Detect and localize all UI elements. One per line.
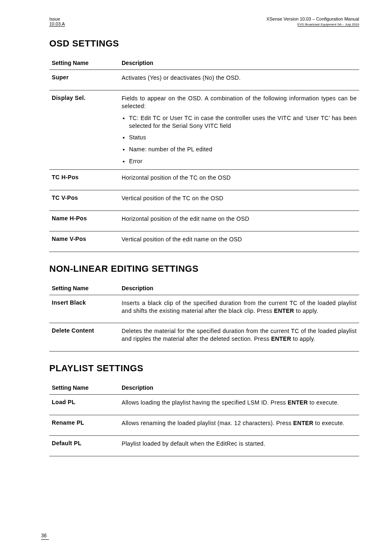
setting-name: Rename PL bbox=[49, 415, 119, 436]
column-header-description: Description bbox=[119, 381, 359, 395]
settings-table: Setting NameDescriptionSuperActivates (Y… bbox=[49, 56, 359, 252]
table-row: SuperActivates (Yes) or deactivates (No)… bbox=[49, 70, 359, 90]
table-row: Insert BlackInserts a black clip of the … bbox=[49, 295, 359, 323]
description-bullet: Name: number of the PL edited bbox=[129, 146, 357, 153]
description-bullet: TC: Edit TC or User TC in case the contr… bbox=[129, 114, 357, 130]
setting-name: Delete Content bbox=[49, 323, 119, 352]
setting-description: Playlist loaded by default when the Edit… bbox=[119, 436, 359, 456]
table-row: Name H-PosHorizontal position of the edi… bbox=[49, 210, 359, 231]
description-bullet-list: TC: Edit TC or User TC in case the contr… bbox=[122, 114, 357, 165]
table-row: Display Sel.Fields to appear on the OSD.… bbox=[49, 90, 359, 169]
setting-description: Allows renaming the loaded playlist (max… bbox=[119, 415, 359, 436]
table-row: Load PLAllows loading the playlist havin… bbox=[49, 395, 359, 415]
column-header-name: Setting Name bbox=[49, 56, 119, 70]
description-paragraph: Allows renaming the loaded playlist (max… bbox=[122, 419, 357, 427]
table-row: Name V-PosVertical position of the edit … bbox=[49, 231, 359, 252]
column-header-name: Setting Name bbox=[49, 282, 119, 295]
setting-name: Name H-Pos bbox=[49, 210, 119, 231]
section-title: OSD SETTINGS bbox=[49, 38, 359, 49]
page-header: Issue 10.03.A XSense Version 10.03 – Con… bbox=[49, 16, 359, 27]
setting-name: Insert Black bbox=[49, 295, 119, 323]
settings-table: Setting NameDescriptionInsert BlackInser… bbox=[49, 282, 359, 352]
setting-description: Vertical position of the TC on the OSD bbox=[119, 190, 359, 211]
description-paragraph: Activates (Yes) or deactivates (No) the … bbox=[122, 74, 357, 82]
description-bullet: Error bbox=[129, 157, 357, 165]
description-paragraph: Deletes the material for the specified d… bbox=[122, 327, 357, 343]
setting-description: Horizontal position of the edit name on … bbox=[119, 210, 359, 231]
description-paragraph: Inserts a black clip of the specified du… bbox=[122, 299, 357, 315]
company-line: EVS Broadcast Equipment SA – July 2010 bbox=[297, 23, 359, 27]
settings-table: Setting NameDescriptionLoad PLAllows loa… bbox=[49, 381, 359, 456]
description-paragraph: Vertical position of the TC on the OSD bbox=[122, 194, 357, 202]
description-paragraph: Horizontal position of the edit name on … bbox=[122, 215, 357, 223]
page: Issue 10.03.A XSense Version 10.03 – Con… bbox=[0, 0, 392, 555]
setting-description: Fields to appear on the OSD. A combinati… bbox=[119, 90, 359, 169]
description-paragraph: Allows loading the playlist having the s… bbox=[122, 399, 357, 407]
description-paragraph: Playlist loaded by default when the Edit… bbox=[122, 440, 357, 448]
product-line: XSense Version 10.03 – Configuration Man… bbox=[266, 16, 359, 21]
setting-name: Load PL bbox=[49, 395, 119, 415]
setting-description: Allows loading the playlist having the s… bbox=[119, 395, 359, 415]
header-left: Issue 10.03.A bbox=[49, 16, 65, 27]
setting-name: Default PL bbox=[49, 436, 119, 456]
header-right: XSense Version 10.03 – Configuration Man… bbox=[266, 16, 359, 27]
setting-description: Horizontal position of the TC on the OSD bbox=[119, 170, 359, 190]
issue-version: 10.03.A bbox=[49, 21, 65, 27]
table-row: Default PLPlaylist loaded by default whe… bbox=[49, 436, 359, 456]
page-footer: 36 bbox=[41, 533, 49, 539]
setting-name: Display Sel. bbox=[49, 90, 119, 169]
description-paragraph: Vertical position of the edit name on th… bbox=[122, 236, 357, 243]
table-row: TC V-PosVertical position of the TC on t… bbox=[49, 190, 359, 211]
setting-name: Super bbox=[49, 70, 119, 90]
issue-label: Issue bbox=[49, 16, 65, 21]
description-bullet: Status bbox=[129, 134, 357, 141]
table-row: Rename PLAllows renaming the loaded play… bbox=[49, 415, 359, 436]
column-header-description: Description bbox=[119, 282, 359, 295]
column-header-description: Description bbox=[119, 56, 359, 70]
column-header-name: Setting Name bbox=[49, 381, 119, 395]
setting-description: Vertical position of the edit name on th… bbox=[119, 231, 359, 252]
description-paragraph: Horizontal position of the TC on the OSD bbox=[122, 174, 357, 182]
setting-description: Activates (Yes) or deactivates (No) the … bbox=[119, 70, 359, 90]
section-title: PLAYLIST SETTINGS bbox=[49, 363, 359, 374]
description-paragraph: Fields to appear on the OSD. A combinati… bbox=[122, 95, 357, 110]
table-row: Delete ContentDeletes the material for t… bbox=[49, 323, 359, 352]
setting-name: Name V-Pos bbox=[49, 231, 119, 252]
page-number: 36 bbox=[41, 533, 49, 540]
setting-name: TC V-Pos bbox=[49, 190, 119, 211]
setting-description: Deletes the material for the specified d… bbox=[119, 323, 359, 352]
section-title: NON-LINEAR EDITING SETTINGS bbox=[49, 264, 359, 274]
setting-name: TC H-Pos bbox=[49, 170, 119, 190]
setting-description: Inserts a black clip of the specified du… bbox=[119, 295, 359, 323]
table-row: TC H-PosHorizontal position of the TC on… bbox=[49, 170, 359, 190]
